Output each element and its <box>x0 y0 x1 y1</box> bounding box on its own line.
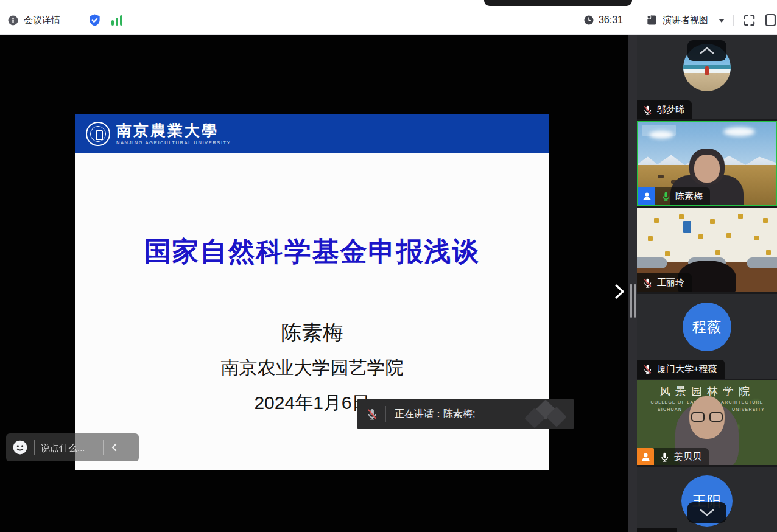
participant-tile[interactable]: 王阳 <box>637 467 777 532</box>
avatar-text: 程薇 <box>692 318 722 337</box>
security-shield-icon[interactable] <box>88 13 102 27</box>
toolbar-divider <box>74 15 74 26</box>
toolbar-divider <box>638 15 638 26</box>
participant-name: 邬梦晞 <box>657 104 684 116</box>
participant-name: 陈素梅 <box>675 191 703 202</box>
scroll-up-button[interactable] <box>687 40 726 61</box>
host-badge-icon <box>638 187 655 205</box>
next-page-button[interactable] <box>610 281 628 302</box>
panel-toggle-button[interactable] <box>765 12 777 28</box>
muted-mic-icon <box>642 278 653 288</box>
network-signal-icon[interactable] <box>111 15 122 26</box>
sidebar-resize-handle[interactable] <box>630 284 636 318</box>
emoji-button[interactable] <box>12 439 28 455</box>
wall-text-en2: UNIVERSITY <box>732 407 765 411</box>
slide-title: 国家自然科学基金申报浅谈 <box>75 234 549 270</box>
info-icon[interactable] <box>7 15 19 26</box>
chat-quick-bar <box>6 433 139 461</box>
cohost-badge-icon <box>637 448 654 465</box>
speaking-indicator-text: 正在讲话：陈素梅; <box>395 408 475 421</box>
participant-tile-active-speaker[interactable]: 陈素梅 <box>637 121 777 206</box>
clipped-name-label <box>637 528 677 532</box>
clock-icon <box>583 15 594 26</box>
scroll-down-button[interactable] <box>687 502 726 523</box>
window-top-strip <box>0 0 777 6</box>
speaker-view-icon <box>645 14 658 26</box>
participant-name: 王丽玲 <box>657 277 684 289</box>
muted-mic-icon <box>642 105 653 115</box>
sidebar-divider <box>628 35 637 532</box>
floating-bar-notch <box>484 0 632 6</box>
speaking-indicator-toast: 正在讲话：陈素梅; <box>357 399 574 429</box>
video-watermark <box>642 125 676 136</box>
chat-divider <box>34 440 35 455</box>
participant-name: 厦门大学+程薇 <box>657 363 717 375</box>
view-mode-button[interactable]: 演讲者视图 <box>663 15 708 26</box>
participant-tile[interactable]: 邬梦晞 <box>637 35 777 119</box>
active-mic-icon <box>661 191 671 201</box>
participant-initial-avatar: 程薇 <box>683 303 731 351</box>
participants-sidebar: 邬梦晞 <box>637 35 777 532</box>
wall-text-en2: SICHUAN <box>658 407 682 411</box>
university-name-cn: 南京農業大學 <box>116 123 231 139</box>
chevron-down-icon[interactable] <box>719 19 725 23</box>
fullscreen-button[interactable] <box>742 13 756 27</box>
meeting-toolbar: 会议详情 36:31 演讲者视图 <box>0 6 777 35</box>
muted-mic-icon <box>366 408 378 420</box>
collapse-chat-button[interactable] <box>110 442 119 453</box>
muted-mic-icon <box>642 364 653 374</box>
meeting-timer: 36:31 <box>599 15 623 26</box>
toolbar-divider <box>733 15 734 26</box>
participant-tile[interactable]: 风景园林学院 COLLEGE OF LANDSCAPE ARCHITECTURE… <box>637 380 777 465</box>
participant-tile[interactable]: 王丽玲 <box>637 208 777 292</box>
university-seal-logo <box>86 122 110 146</box>
university-name-en: NANJING AGRICULTURAL UNIVERSITY <box>116 140 231 145</box>
shared-screen-stage: 南京農業大學 NANJING AGRICULTURAL UNIVERSITY 国… <box>0 35 628 532</box>
participant-name: 姜贝贝 <box>674 451 701 463</box>
slide-header-banner: 南京農業大學 NANJING AGRICULTURAL UNIVERSITY <box>75 114 549 153</box>
slide-affiliation: 南京农业大学园艺学院 <box>75 355 549 380</box>
chat-divider <box>103 440 104 455</box>
meeting-window: 会议详情 36:31 演讲者视图 <box>0 0 777 532</box>
chat-input[interactable] <box>41 443 97 453</box>
toast-divider <box>385 406 386 422</box>
participant-tile[interactable]: 程薇 厦门大学+程薇 <box>637 294 777 379</box>
meeting-details-label[interactable]: 会议详情 <box>24 15 60 26</box>
mic-on-icon <box>659 452 670 462</box>
slide-presenter: 陈素梅 <box>75 319 549 347</box>
